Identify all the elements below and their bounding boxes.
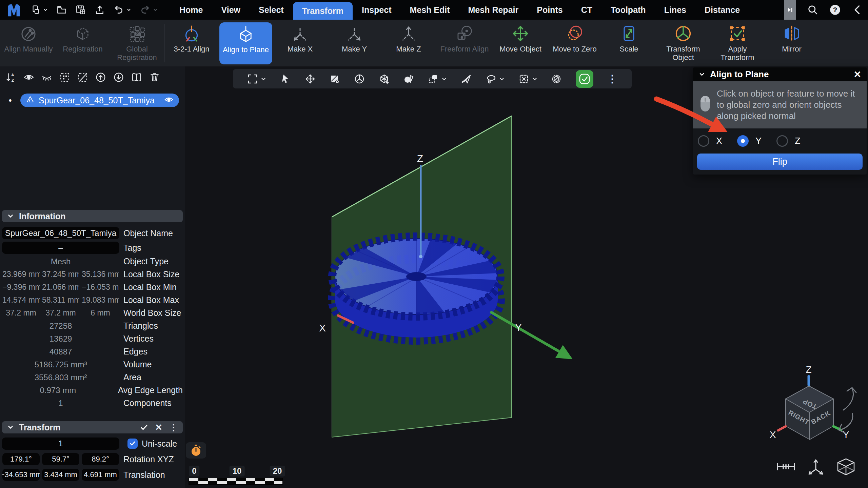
sort-az-icon[interactable]: AZ: [5, 72, 16, 83]
new-file-chevron-icon[interactable]: [43, 7, 48, 13]
flip-button[interactable]: Flip: [697, 154, 863, 170]
viewport-3d[interactable]: Z X Y TOP RIGHT BACK Z X Y: [185, 66, 868, 488]
mirror-button[interactable]: Mirror: [765, 20, 819, 66]
make-z-button[interactable]: Make Z: [381, 20, 436, 66]
tab-distance[interactable]: Distance: [695, 0, 749, 20]
object-name-input[interactable]: SpurGear_06_48_50T_Tamiya: [2, 227, 119, 239]
primitives-button[interactable]: [403, 74, 414, 84]
new-file-button[interactable]: [30, 4, 41, 15]
information-header[interactable]: Information: [2, 210, 183, 222]
collapse-ribbon-chevron-icon[interactable]: [852, 4, 863, 16]
uniscale-checkbox[interactable]: [127, 439, 138, 449]
redo-chevron-icon[interactable]: [153, 7, 158, 13]
global-registration-button[interactable]: Global Registration: [110, 20, 164, 66]
scale-button[interactable]: Scale: [602, 20, 656, 66]
nav-axes-icon[interactable]: [809, 460, 823, 474]
view-cube[interactable]: TOP RIGHT BACK Z X Y: [770, 364, 856, 440]
translation-y-input[interactable]: 3.434 mm: [42, 469, 79, 481]
value-cell: 6 mm: [82, 308, 119, 318]
transform-object-button[interactable]: Transform Object: [656, 20, 710, 66]
rename-icon[interactable]: [131, 72, 142, 83]
make-y-button[interactable]: Make Y: [327, 20, 381, 66]
radio-x-label[interactable]: X: [716, 136, 722, 146]
make-x-button[interactable]: Make X: [273, 20, 327, 66]
info-row-components: 1 Components: [2, 398, 183, 408]
orbit-button[interactable]: [354, 74, 365, 84]
save-file-button[interactable]: [75, 4, 86, 15]
uniscale-input[interactable]: 1: [2, 438, 119, 450]
undo-chevron-icon[interactable]: [126, 7, 132, 13]
tab-toolpath[interactable]: Toolpath: [601, 0, 655, 20]
accept-button[interactable]: [576, 70, 593, 88]
move-view-button[interactable]: [305, 74, 316, 84]
nav-measure-icon[interactable]: [777, 464, 794, 470]
duplicate-button[interactable]: [428, 74, 447, 84]
export-button[interactable]: [94, 4, 105, 15]
radio-y-label[interactable]: Y: [755, 136, 762, 146]
tab-select[interactable]: Select: [250, 0, 293, 20]
redo-button[interactable]: [140, 4, 151, 15]
tab-home[interactable]: Home: [170, 0, 212, 20]
help-icon[interactable]: ?: [829, 4, 841, 16]
frame-view-button[interactable]: [247, 74, 266, 84]
radio-y[interactable]: [737, 135, 749, 147]
translation-x-input[interactable]: −34.653 mm: [2, 469, 40, 481]
toolbar-more-options-kebab-icon[interactable]: ⋮: [607, 73, 617, 85]
brush-button[interactable]: [461, 74, 472, 84]
freeform-align-button[interactable]: Freeform Align: [436, 20, 493, 66]
apply-check-icon[interactable]: [140, 423, 148, 431]
radio-z-label[interactable]: Z: [795, 136, 801, 146]
invert-selection-button[interactable]: [551, 74, 562, 84]
rotation-z-input[interactable]: 89.2°: [82, 453, 119, 465]
open-file-button[interactable]: [56, 4, 67, 15]
radio-z[interactable]: [776, 135, 788, 147]
more-options-kebab-icon[interactable]: ⋮: [169, 422, 178, 433]
transform-header[interactable]: Transform ✕ ⋮: [2, 421, 183, 433]
tags-input[interactable]: –: [2, 242, 119, 254]
align-to-plane-button[interactable]: Align to Plane: [219, 22, 272, 64]
tab-view[interactable]: View: [212, 0, 250, 20]
select-all-icon[interactable]: [59, 72, 70, 83]
registration-button[interactable]: Registration: [56, 20, 110, 66]
menubar-right-cluster: ?: [784, 0, 868, 20]
rotation-x-input[interactable]: 179.1°: [2, 453, 40, 465]
snapshot-settings-button[interactable]: [329, 74, 340, 84]
move-object-button[interactable]: Move Object: [493, 20, 548, 66]
clear-selection-button[interactable]: [518, 74, 537, 84]
move-up-icon[interactable]: [95, 72, 106, 83]
dialog-close-icon[interactable]: ✕: [853, 69, 861, 80]
321-align-icon: [182, 24, 201, 43]
tree-item-spurgear[interactable]: SpurGear_06_48_50T_Tamiya: [20, 94, 179, 107]
deselect-all-icon[interactable]: [77, 72, 88, 83]
select-cursor-button[interactable]: [280, 74, 291, 84]
gear-mesh-object[interactable]: [332, 237, 500, 340]
tab-mesh-repair[interactable]: Mesh Repair: [459, 0, 528, 20]
rotation-y-input[interactable]: 59.7°: [42, 453, 79, 465]
tab-lines[interactable]: Lines: [655, 0, 695, 20]
dialog-header[interactable]: Align to Plane ✕: [693, 67, 867, 81]
hide-all-eye-closed-icon[interactable]: [41, 72, 52, 83]
radio-x[interactable]: [698, 135, 709, 147]
undo-button[interactable]: [113, 4, 124, 15]
tab-points[interactable]: Points: [528, 0, 572, 20]
tab-transform[interactable]: Transform: [293, 2, 353, 20]
tab-inspect[interactable]: Inspect: [353, 0, 401, 20]
move-down-icon[interactable]: [113, 72, 124, 83]
cancel-x-icon[interactable]: ✕: [155, 422, 162, 433]
delete-trash-icon[interactable]: [149, 72, 160, 83]
visibility-eye-icon[interactable]: [164, 95, 174, 106]
show-all-eye-icon[interactable]: [23, 72, 34, 83]
translation-z-input[interactable]: 4.691 mm: [82, 469, 119, 481]
apply-transform-button[interactable]: Apply Transform: [710, 20, 765, 66]
stopwatch-button[interactable]: [186, 442, 206, 459]
tab-mesh-edit[interactable]: Mesh Edit: [400, 0, 459, 20]
add-mesh-button[interactable]: [379, 74, 390, 84]
align-manually-button[interactable]: Align Manually: [1, 20, 56, 66]
move-to-zero-button[interactable]: Move to Zero: [548, 20, 602, 66]
search-icon[interactable]: [807, 4, 818, 16]
collapse-toolbar-button[interactable]: [784, 0, 796, 20]
tab-ct[interactable]: CT: [572, 0, 601, 20]
lasso-select-button[interactable]: [486, 74, 505, 84]
nav-bounding-box-icon[interactable]: [838, 459, 854, 475]
321-align-button[interactable]: 3-2-1 Align: [164, 20, 219, 66]
